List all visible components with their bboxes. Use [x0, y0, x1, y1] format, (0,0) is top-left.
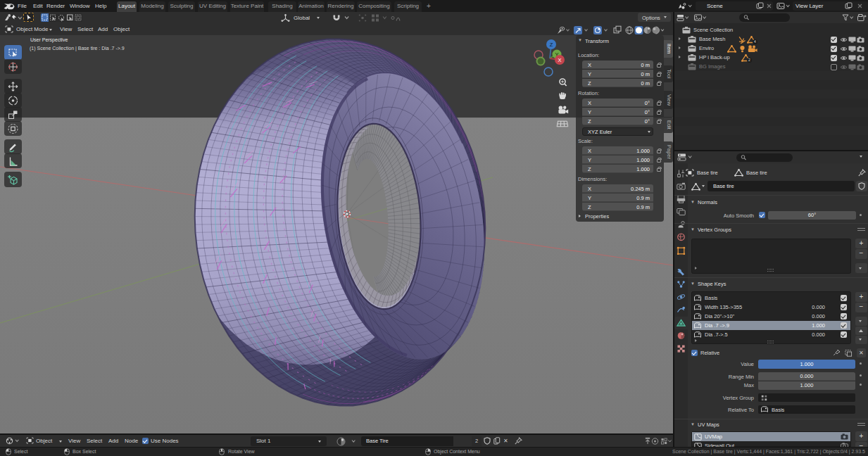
svg-text:Z: Z	[550, 42, 553, 48]
svg-text:X: X	[558, 57, 561, 63]
